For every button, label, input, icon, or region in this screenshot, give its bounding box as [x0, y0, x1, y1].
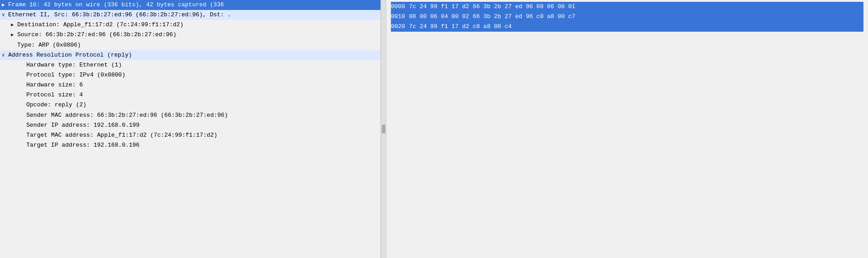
tree-row-frame[interactable]: ▶ Frame 16: 42 bytes on wire (336 bits),… — [0, 0, 380, 10]
tree-row-sender_mac[interactable]: Sender MAC address: 66:3b:2b:27:ed:96 (6… — [0, 110, 380, 120]
tree-row-source[interactable]: ▶ Source: 66:3b:2b:27:ed:96 (66:3b:2b:27… — [0, 30, 380, 40]
hex-line-0: 0000 7c 24 99 f1 17 d2 66 3b 2b 27 ed 96… — [390, 2, 864, 12]
tree-row-hw_size[interactable]: Hardware size: 6 — [0, 80, 380, 90]
tree-row-target_ip[interactable]: Target IP address: 192.168.0.196 — [0, 140, 380, 150]
tree-text-type: Type: ARP (0x0806) — [17, 41, 81, 50]
hex-bytes-0: 7c 24 99 f1 17 d2 66 3b 2b 27 ed 96 08 0… — [409, 2, 863, 12]
tree-text-hw_type: Hardware type: Ethernet (1) — [26, 61, 122, 70]
tree-row-ethernet[interactable]: ∨ Ethernet II, Src: 66:3b:2b:27:ed:96 (6… — [0, 10, 380, 20]
tree-text-sender_ip: Sender IP address: 192.168.0.199 — [26, 121, 140, 130]
tree-row-arp[interactable]: ∨ Address Resolution Protocol (reply) — [0, 50, 380, 60]
tree-text-opcode: Opcode: reply (2) — [26, 100, 87, 110]
toggle-icon-source[interactable]: ▶ — [11, 31, 17, 39]
hex-bytes-2: 7c 24 99 f1 17 d2 c0 a8 00 c4 — [409, 22, 863, 32]
hex-line-2: 0020 7c 24 99 f1 17 d2 c0 a8 00 c4 — [390, 22, 864, 32]
hex-offset-0: 0000 — [391, 2, 409, 12]
packet-tree-panel[interactable]: ▶ Frame 16: 42 bytes on wire (336 bits),… — [0, 0, 381, 258]
tree-row-proto_type[interactable]: Protocol type: IPv4 (0x0800) — [0, 70, 380, 80]
tree-text-frame: Frame 16: 42 bytes on wire (336 bits), 4… — [8, 0, 224, 10]
tree-row-type[interactable]: Type: ARP (0x0806) — [0, 40, 380, 50]
tree-text-destination: Destination: Apple_f1:17:d2 (7c:24:99:f1… — [17, 20, 184, 29]
tree-row-sender_ip[interactable]: Sender IP address: 192.168.0.199 — [0, 120, 380, 130]
tree-row-target_mac[interactable]: Target MAC address: Apple_f1:17:d2 (7c:2… — [0, 130, 380, 140]
tree-text-target_mac: Target MAC address: Apple_f1:17:d2 (7c:2… — [26, 131, 217, 140]
hex-line-1: 0010 08 00 06 04 00 02 66 3b 2b 27 ed 96… — [390, 12, 864, 22]
hex-bytes-1: 08 00 06 04 00 02 66 3b 2b 27 ed 96 c0 a… — [409, 12, 863, 22]
tree-row-destination[interactable]: ▶ Destination: Apple_f1:17:d2 (7c:24:99:… — [0, 20, 380, 30]
tree-row-opcode[interactable]: Opcode: reply (2) — [0, 100, 380, 110]
toggle-icon-destination[interactable]: ▶ — [11, 21, 17, 29]
tree-text-target_ip: Target IP address: 192.168.0.196 — [26, 141, 140, 150]
scroll-thumb — [382, 124, 385, 134]
tree-text-source: Source: 66:3b:2b:27:ed:96 (66:3b:2b:27:e… — [17, 30, 176, 39]
tree-text-ethernet: Ethernet II, Src: 66:3b:2b:27:ed:96 (66:… — [8, 10, 231, 19]
toggle-icon-ethernet[interactable]: ∨ — [2, 11, 8, 19]
hex-panel: 0000 7c 24 99 f1 17 d2 66 3b 2b 27 ed 96… — [386, 0, 868, 258]
toggle-icon-arp[interactable]: ∨ — [2, 52, 8, 59]
tree-text-proto_size: Protocol size: 4 — [26, 91, 83, 100]
hex-offset-2: 0020 — [391, 22, 409, 32]
tree-row-hw_type[interactable]: Hardware type: Ethernet (1) — [0, 60, 380, 70]
tree-text-arp: Address Resolution Protocol (reply) — [8, 51, 132, 60]
panel-divider — [381, 0, 386, 258]
toggle-icon-frame[interactable]: ▶ — [2, 1, 8, 9]
tree-row-proto_size[interactable]: Protocol size: 4 — [0, 90, 380, 100]
hex-offset-1: 0010 — [391, 12, 409, 22]
tree-text-hw_size: Hardware size: 6 — [26, 81, 83, 90]
tree-text-proto_type: Protocol type: IPv4 (0x0800) — [26, 71, 125, 80]
tree-text-sender_mac: Sender MAC address: 66:3b:2b:27:ed:96 (6… — [26, 111, 228, 120]
